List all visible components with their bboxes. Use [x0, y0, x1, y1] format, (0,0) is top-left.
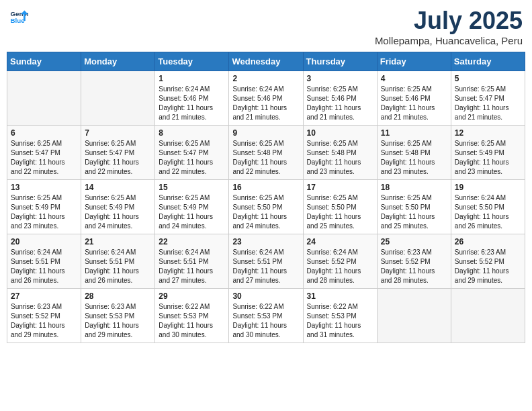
calendar-cell: 31Sunrise: 6:22 AM Sunset: 5:53 PM Dayli…	[303, 289, 377, 343]
calendar-cell: 11Sunrise: 6:25 AM Sunset: 5:48 PM Dayli…	[377, 126, 451, 180]
day-info: Sunrise: 6:24 AM Sunset: 5:51 PM Dayligh…	[232, 248, 299, 285]
day-number: 23	[232, 237, 299, 246]
day-number: 21	[85, 237, 151, 246]
day-number: 3	[307, 74, 373, 83]
calendar-cell	[81, 71, 155, 126]
day-info: Sunrise: 6:25 AM Sunset: 5:49 PM Dayligh…	[85, 193, 151, 231]
calendar-cell: 16Sunrise: 6:25 AM Sunset: 5:50 PM Dayli…	[229, 180, 303, 234]
calendar-cell: 9Sunrise: 6:25 AM Sunset: 5:48 PM Daylig…	[229, 126, 303, 180]
day-info: Sunrise: 6:25 AM Sunset: 5:50 PM Dayligh…	[232, 193, 299, 231]
day-number: 13	[11, 183, 77, 192]
page-header: General Blue July 2025 Mollepampa, Huanc…	[7, 7, 525, 46]
day-number: 30	[232, 291, 299, 301]
day-info: Sunrise: 6:25 AM Sunset: 5:47 PM Dayligh…	[455, 85, 521, 122]
calendar-cell	[451, 289, 525, 343]
day-number: 17	[307, 183, 373, 192]
calendar-cell: 20Sunrise: 6:24 AM Sunset: 5:51 PM Dayli…	[7, 234, 81, 289]
calendar-cell: 30Sunrise: 6:22 AM Sunset: 5:53 PM Dayli…	[229, 289, 303, 343]
calendar-cell: 3Sunrise: 6:25 AM Sunset: 5:46 PM Daylig…	[303, 71, 377, 126]
day-number: 5	[455, 74, 521, 83]
day-info: Sunrise: 6:24 AM Sunset: 5:46 PM Dayligh…	[159, 85, 225, 122]
calendar-cell: 4Sunrise: 6:25 AM Sunset: 5:46 PM Daylig…	[377, 71, 451, 126]
day-number: 2	[232, 74, 299, 83]
calendar-cell: 17Sunrise: 6:25 AM Sunset: 5:50 PM Dayli…	[303, 180, 377, 234]
calendar-cell: 14Sunrise: 6:25 AM Sunset: 5:49 PM Dayli…	[81, 180, 155, 234]
day-number: 26	[455, 237, 521, 246]
weekday-header-saturday: Saturday	[451, 52, 525, 71]
calendar-week-2: 6Sunrise: 6:25 AM Sunset: 5:47 PM Daylig…	[7, 126, 525, 180]
day-number: 8	[159, 128, 225, 138]
calendar-cell: 23Sunrise: 6:24 AM Sunset: 5:51 PM Dayli…	[229, 234, 303, 289]
logo: General Blue	[9, 7, 28, 26]
calendar-cell: 18Sunrise: 6:25 AM Sunset: 5:50 PM Dayli…	[377, 180, 451, 234]
day-info: Sunrise: 6:23 AM Sunset: 5:53 PM Dayligh…	[85, 302, 151, 340]
calendar-cell	[7, 71, 81, 126]
day-info: Sunrise: 6:25 AM Sunset: 5:49 PM Dayligh…	[455, 139, 521, 177]
day-number: 22	[159, 237, 225, 246]
day-info: Sunrise: 6:25 AM Sunset: 5:50 PM Dayligh…	[307, 193, 373, 231]
day-info: Sunrise: 6:23 AM Sunset: 5:52 PM Dayligh…	[11, 302, 77, 340]
day-number: 7	[85, 128, 151, 138]
calendar-cell: 29Sunrise: 6:22 AM Sunset: 5:53 PM Dayli…	[155, 289, 229, 343]
day-number: 9	[232, 128, 299, 138]
weekday-header-friday: Friday	[377, 52, 451, 71]
calendar-week-4: 20Sunrise: 6:24 AM Sunset: 5:51 PM Dayli…	[7, 234, 525, 289]
day-info: Sunrise: 6:24 AM Sunset: 5:50 PM Dayligh…	[455, 193, 521, 231]
weekday-header-thursday: Thursday	[303, 52, 377, 71]
day-number: 6	[11, 128, 77, 138]
calendar-table: SundayMondayTuesdayWednesdayThursdayFrid…	[7, 52, 525, 343]
weekday-header-sunday: Sunday	[7, 52, 81, 71]
calendar-cell: 26Sunrise: 6:23 AM Sunset: 5:52 PM Dayli…	[451, 234, 525, 289]
day-info: Sunrise: 6:25 AM Sunset: 5:46 PM Dayligh…	[307, 85, 373, 122]
day-number: 29	[159, 291, 225, 301]
day-info: Sunrise: 6:23 AM Sunset: 5:52 PM Dayligh…	[455, 248, 521, 285]
calendar-week-1: 1Sunrise: 6:24 AM Sunset: 5:46 PM Daylig…	[7, 71, 525, 126]
svg-text:Blue: Blue	[10, 17, 25, 24]
calendar-cell: 25Sunrise: 6:23 AM Sunset: 5:52 PM Dayli…	[377, 234, 451, 289]
day-info: Sunrise: 6:25 AM Sunset: 5:47 PM Dayligh…	[85, 139, 151, 177]
day-info: Sunrise: 6:25 AM Sunset: 5:48 PM Dayligh…	[381, 139, 447, 177]
day-info: Sunrise: 6:22 AM Sunset: 5:53 PM Dayligh…	[159, 302, 225, 340]
day-number: 15	[159, 183, 225, 192]
day-info: Sunrise: 6:25 AM Sunset: 5:46 PM Dayligh…	[381, 85, 447, 122]
calendar-week-3: 13Sunrise: 6:25 AM Sunset: 5:49 PM Dayli…	[7, 180, 525, 234]
calendar-cell: 24Sunrise: 6:24 AM Sunset: 5:52 PM Dayli…	[303, 234, 377, 289]
day-number: 18	[381, 183, 447, 192]
day-number: 31	[307, 291, 373, 301]
calendar-cell: 27Sunrise: 6:23 AM Sunset: 5:52 PM Dayli…	[7, 289, 81, 343]
logo-icon: General Blue	[9, 7, 28, 26]
day-number: 1	[159, 74, 225, 83]
day-info: Sunrise: 6:25 AM Sunset: 5:49 PM Dayligh…	[11, 193, 77, 231]
weekday-header-wednesday: Wednesday	[229, 52, 303, 71]
day-info: Sunrise: 6:25 AM Sunset: 5:47 PM Dayligh…	[11, 139, 77, 177]
calendar-cell: 1Sunrise: 6:24 AM Sunset: 5:46 PM Daylig…	[155, 71, 229, 126]
day-number: 27	[11, 291, 77, 301]
calendar-cell: 5Sunrise: 6:25 AM Sunset: 5:47 PM Daylig…	[451, 71, 525, 126]
calendar-cell: 10Sunrise: 6:25 AM Sunset: 5:48 PM Dayli…	[303, 126, 377, 180]
day-info: Sunrise: 6:25 AM Sunset: 5:50 PM Dayligh…	[381, 193, 447, 231]
day-number: 20	[11, 237, 77, 246]
day-number: 16	[232, 183, 299, 192]
calendar-cell: 7Sunrise: 6:25 AM Sunset: 5:47 PM Daylig…	[81, 126, 155, 180]
day-info: Sunrise: 6:22 AM Sunset: 5:53 PM Dayligh…	[307, 302, 373, 340]
day-info: Sunrise: 6:24 AM Sunset: 5:51 PM Dayligh…	[85, 248, 151, 285]
day-info: Sunrise: 6:24 AM Sunset: 5:52 PM Dayligh…	[307, 248, 373, 285]
day-info: Sunrise: 6:22 AM Sunset: 5:53 PM Dayligh…	[232, 302, 299, 340]
day-number: 24	[307, 237, 373, 246]
calendar-cell: 13Sunrise: 6:25 AM Sunset: 5:49 PM Dayli…	[7, 180, 81, 234]
day-number: 25	[381, 237, 447, 246]
calendar-cell: 12Sunrise: 6:25 AM Sunset: 5:49 PM Dayli…	[451, 126, 525, 180]
calendar-cell: 15Sunrise: 6:25 AM Sunset: 5:49 PM Dayli…	[155, 180, 229, 234]
day-info: Sunrise: 6:25 AM Sunset: 5:49 PM Dayligh…	[159, 193, 225, 231]
day-info: Sunrise: 6:25 AM Sunset: 5:47 PM Dayligh…	[159, 139, 225, 177]
day-number: 10	[307, 128, 373, 138]
title-area: July 2025 Mollepampa, Huancavelica, Peru	[375, 7, 523, 46]
day-number: 4	[381, 74, 447, 83]
day-number: 11	[381, 128, 447, 138]
calendar-cell: 28Sunrise: 6:23 AM Sunset: 5:53 PM Dayli…	[81, 289, 155, 343]
weekday-header-tuesday: Tuesday	[155, 52, 229, 71]
weekday-header-monday: Monday	[81, 52, 155, 71]
day-info: Sunrise: 6:25 AM Sunset: 5:48 PM Dayligh…	[232, 139, 299, 177]
calendar-cell: 8Sunrise: 6:25 AM Sunset: 5:47 PM Daylig…	[155, 126, 229, 180]
calendar-cell: 22Sunrise: 6:24 AM Sunset: 5:51 PM Dayli…	[155, 234, 229, 289]
